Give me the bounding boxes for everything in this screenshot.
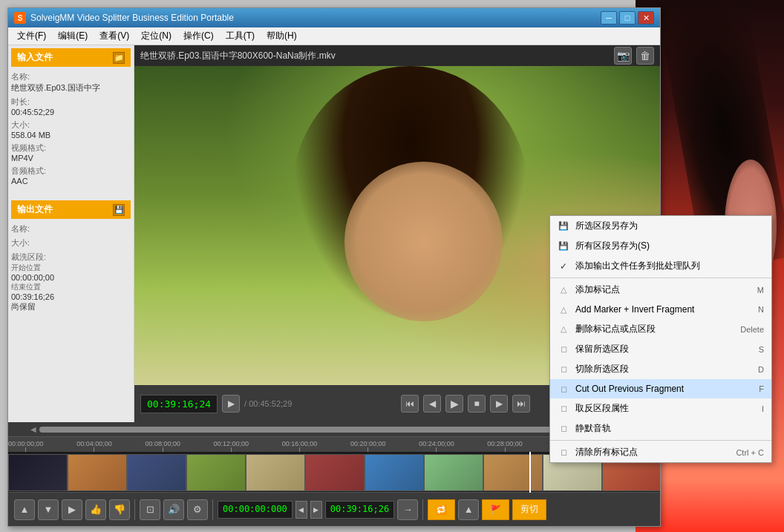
ctx-silent-track[interactable]: ◻ 静默音轨: [550, 418, 771, 439]
time-adjust-btn[interactable]: ▶: [222, 395, 240, 413]
next-frame-btn[interactable]: ▶: [490, 395, 508, 413]
prev-frame-btn[interactable]: ◀: [423, 395, 441, 413]
ruler-tick-6: 00:24:00;00: [419, 440, 454, 452]
end-time-input[interactable]: 00:39:16;26: [325, 501, 394, 519]
ctx-add-marker[interactable]: △ 添加标记点 M: [550, 280, 771, 300]
thumbnail-playhead: [529, 452, 531, 493]
close-button[interactable]: ✕: [638, 11, 654, 24]
cut-label: 剪切: [520, 503, 538, 516]
ctx-invert-props-shortcut: I: [762, 404, 764, 413]
start-time-input[interactable]: 00:00:00:000: [218, 501, 293, 519]
menu-help[interactable]: 帮助(H): [261, 28, 303, 44]
stop-btn[interactable]: ■: [468, 395, 486, 413]
ctx-invert-props[interactable]: ◻ 取反区段属性 I: [550, 398, 771, 418]
ctx-silent-track-icon: ◻: [558, 423, 569, 435]
thumbnail-5: [305, 454, 365, 491]
copy-btn[interactable]: ⊡: [140, 499, 160, 520]
ctx-cut-selected-icon: ◻: [558, 364, 569, 375]
settings-btn[interactable]: ⚙: [187, 499, 208, 520]
set-time-btn[interactable]: →: [397, 499, 418, 520]
ruler-tick-4: 00:16:00;00: [282, 440, 318, 452]
title-bar: S SolveigMM Video Splitter Business Edit…: [8, 8, 660, 27]
input-duration-value: 00:45:52;29: [11, 108, 131, 116]
snapshot-icon[interactable]: 📷: [614, 47, 632, 65]
ctx-add-batch-label: 添加输出文件任务到批处理队列: [575, 260, 700, 272]
time-separator: / 00:45:52;29: [244, 399, 292, 408]
menu-operate[interactable]: 操作(C): [177, 28, 220, 44]
ctx-add-marker-invert-icon: △: [558, 303, 569, 315]
ctx-cut-out-prev-icon: ◻: [558, 383, 569, 395]
context-menu: 💾 所选区段另存为 💾 所有区段另存为(S) ✓ 添加输出文件任务到批处理队列 …: [549, 215, 772, 463]
ctx-add-batch[interactable]: ✓ 添加输出文件任务到批处理队列: [550, 256, 771, 276]
ctx-clear-markers-label: 清除所有标记点: [575, 446, 638, 459]
ctx-invert-props-label: 取反区段属性: [575, 402, 629, 415]
ruler-tick-5: 00:20:00;00: [350, 440, 386, 452]
input-audio-format-value: AAC: [11, 177, 131, 185]
toolbar-sep-1: [134, 499, 135, 520]
ctx-save-all[interactable]: 💾 所有区段另存为(S): [550, 236, 771, 256]
ctx-cut-selected[interactable]: ◻ 切除所选区段 D: [550, 359, 771, 379]
step-back-btn[interactable]: ⏮: [401, 395, 419, 413]
ctx-add-marker-invert[interactable]: △ Add Marker + Invert Fragment N: [550, 300, 771, 319]
ctx-keep-selected-shortcut: S: [759, 345, 764, 354]
time-prev-btn[interactable]: ◀: [295, 501, 307, 519]
input-video-format-value: MP4V: [11, 154, 131, 162]
ctx-silent-track-label: 静默音轨: [575, 422, 611, 435]
play-btn[interactable]: ▶: [445, 395, 463, 413]
ctx-save-selected-label: 所选区段另存为: [575, 220, 638, 232]
input-folder-icon[interactable]: 📁: [113, 52, 125, 64]
loop-icon: 🔁: [436, 505, 447, 515]
ctx-delete-marker-shortcut: Delete: [740, 325, 764, 334]
output-size-label: 大小:: [11, 237, 131, 249]
ctx-clear-markers-icon: ◻: [558, 447, 569, 459]
video-title-bar: 绝世双骄.Ep03.国语中字800X600-NaNa制作.mkv 📷 🗑: [134, 45, 660, 66]
menu-locate[interactable]: 定位(N): [135, 28, 177, 44]
menu-view[interactable]: 查看(V): [94, 28, 135, 44]
thumbnail-3: [186, 454, 246, 491]
ctx-keep-selected[interactable]: ◻ 保留所选区段 S: [550, 339, 771, 359]
input-name-value: 绝世双骄.Ep03.国语中字: [11, 82, 131, 93]
maximize-button[interactable]: □: [619, 11, 636, 24]
output-start-label: 开始位置: [11, 263, 131, 273]
volume-tool-btn[interactable]: 🔊: [163, 499, 184, 520]
menu-tools[interactable]: 工具(T): [220, 28, 261, 44]
input-files-section: 输入文件 📁 名称: 绝世双骄.Ep03.国语中字 时长: 00:45:52;2…: [11, 48, 131, 185]
ctx-sep-2: [550, 440, 771, 441]
step-forward-btn[interactable]: ⏭: [512, 395, 530, 413]
input-video-format-label: 视频格式:: [11, 142, 131, 154]
ctx-delete-marker[interactable]: △ 删除标记点或点区段 Delete: [550, 319, 771, 339]
cut-button[interactable]: 剪切: [512, 499, 546, 520]
left-panel: 输入文件 📁 名称: 绝世双骄.Ep03.国语中字 时长: 00:45:52;2…: [8, 45, 134, 422]
ruler-tick-3: 00:12:00;00: [214, 440, 249, 452]
menu-edit[interactable]: 编辑(E): [52, 28, 94, 44]
move-up-btn[interactable]: ▲: [14, 499, 35, 520]
ruler-tick-2: 00:08:00;00: [145, 440, 180, 452]
ctx-add-marker-invert-label: Add Marker + Invert Fragment: [575, 304, 694, 315]
ctx-clear-markers[interactable]: ◻ 清除所有标记点 Ctrl + C: [550, 442, 771, 462]
thumbnail-8: [483, 454, 543, 491]
time-next-btn[interactable]: ▶: [310, 501, 322, 519]
flag-btn[interactable]: 🚩: [482, 499, 509, 520]
minimize-button[interactable]: ─: [601, 11, 617, 24]
ctx-delete-marker-label: 删除标记点或点区段: [575, 323, 656, 335]
ctx-add-batch-check: ✓: [558, 260, 569, 272]
arrow-up-btn[interactable]: ▲: [458, 499, 479, 520]
play-tool-btn[interactable]: ▶: [62, 499, 82, 520]
output-files-section: 输出文件 💾 名称: 大小: 裁洗区段: 开始位置 00:00:00;00 结束…: [11, 200, 131, 312]
ctx-clear-markers-shortcut: Ctrl + C: [736, 448, 764, 457]
current-time-display: 00:39:16;24: [140, 395, 218, 413]
output-save-icon[interactable]: 💾: [113, 204, 125, 216]
output-end-label: 结束位置: [11, 282, 131, 292]
thumbsdown-btn[interactable]: 👎: [109, 499, 130, 520]
toolbar-sep-3: [422, 499, 423, 520]
move-down-btn[interactable]: ▼: [38, 499, 59, 520]
ctx-cut-out-prev[interactable]: ◻ Cut Out Previous Fragment F: [550, 379, 771, 398]
ctx-save-selected[interactable]: 💾 所选区段另存为: [550, 216, 771, 236]
trash-icon[interactable]: 🗑: [636, 47, 654, 65]
menu-file[interactable]: 文件(F): [11, 28, 52, 44]
loop-btn[interactable]: 🔁: [428, 499, 455, 520]
input-panel-header: 输入文件 📁: [11, 48, 131, 67]
thumbsup-btn[interactable]: 👍: [85, 499, 106, 520]
ctx-add-marker-icon: △: [558, 284, 569, 296]
ctx-cut-selected-shortcut: D: [758, 365, 764, 374]
